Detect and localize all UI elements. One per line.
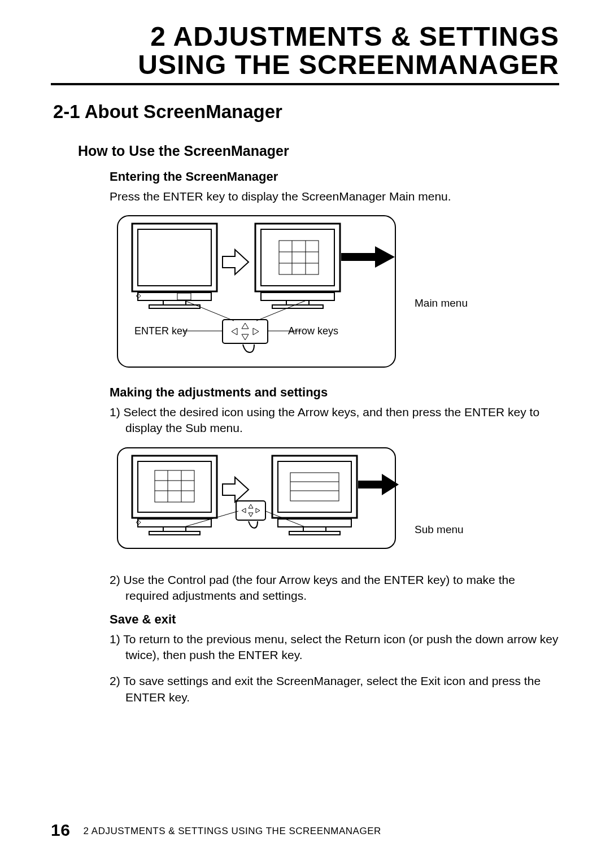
svg-rect-39 <box>149 531 200 535</box>
diagram-sub-menu <box>110 444 403 552</box>
figure-main-menu: ENTER key Arrow keys Main menu <box>110 212 561 370</box>
monitor-left2-icon <box>132 456 217 535</box>
arrow-right-solid-icon <box>341 246 395 268</box>
svg-line-28 <box>256 300 306 321</box>
label-sub-menu: Sub menu <box>415 524 464 536</box>
making-step1: 1) Select the desired icon using the Arr… <box>110 404 559 437</box>
making-step2: 2) Use the Control pad (the four Arrow k… <box>110 572 559 604</box>
monitor-right-icon <box>255 224 340 308</box>
monitor-right2-icon <box>272 456 357 535</box>
arrow-right-outline-icon <box>223 250 249 274</box>
svg-rect-18 <box>341 253 375 261</box>
svg-marker-22 <box>242 334 249 340</box>
label-arrow-keys: Arrow keys <box>288 325 338 337</box>
section-number: 2-1 <box>53 101 80 122</box>
section-name: About ScreenManager <box>85 101 282 122</box>
svg-rect-37 <box>138 519 211 527</box>
monitor-left-icon <box>132 224 217 308</box>
svg-rect-12 <box>272 305 323 308</box>
svg-rect-48 <box>272 456 357 518</box>
svg-rect-2 <box>138 229 211 286</box>
svg-marker-21 <box>242 323 249 329</box>
svg-marker-57 <box>382 474 399 495</box>
svg-rect-29 <box>117 448 395 548</box>
svg-rect-50 <box>290 473 339 501</box>
svg-marker-19 <box>375 246 395 268</box>
svg-rect-31 <box>138 461 211 512</box>
svg-rect-11 <box>286 300 309 305</box>
label-enter-key: ENTER key <box>134 325 188 337</box>
svg-rect-49 <box>278 461 351 512</box>
svg-rect-55 <box>289 531 340 535</box>
save-step2: 2) To save settings and exit the ScreenM… <box>110 673 559 705</box>
entering-text: Press the ENTER key to display the Scree… <box>110 189 559 204</box>
svg-marker-24 <box>253 328 259 335</box>
svg-rect-56 <box>358 481 382 488</box>
svg-line-27 <box>184 300 234 321</box>
entering-title: Entering the ScreenManager <box>110 169 559 184</box>
svg-rect-13 <box>279 241 319 274</box>
svg-rect-7 <box>177 293 191 300</box>
page-footer: 16 2 ADJUSTMENTS & SETTINGS USING THE SC… <box>51 821 381 840</box>
svg-rect-8 <box>255 224 340 291</box>
figure-sub-menu: Sub menu <box>110 444 561 557</box>
arrow-right-outline2-icon <box>223 477 249 502</box>
chapter-title-line1: ADJUSTMENTS & SETTINGS <box>173 21 559 51</box>
chapter-title: 2 ADJUSTMENTS & SETTINGS USING THE SCREE… <box>51 23 559 85</box>
diagram-main-menu: ENTER key Arrow keys <box>110 212 403 370</box>
svg-rect-30 <box>132 456 217 518</box>
footer-text: 2 ADJUSTMENTS & SETTINGS USING THE SCREE… <box>84 826 381 836</box>
svg-rect-9 <box>261 229 334 286</box>
svg-rect-54 <box>303 527 326 531</box>
svg-rect-3 <box>138 293 211 300</box>
svg-rect-38 <box>163 527 186 531</box>
svg-marker-23 <box>232 328 237 335</box>
chapter-title-line2: USING THE SCREENMANAGER <box>138 50 559 80</box>
svg-rect-4 <box>163 300 186 305</box>
save-step1: 1) To return to the previous menu, selec… <box>110 631 559 664</box>
svg-rect-1 <box>132 224 217 291</box>
svg-rect-10 <box>261 293 334 300</box>
section-title: 2-1 About ScreenManager <box>53 101 559 123</box>
page-number: 16 <box>51 821 70 839</box>
howto-title: How to Use the ScreenManager <box>78 143 559 159</box>
svg-rect-5 <box>149 305 200 308</box>
page: 2 ADJUSTMENTS & SETTINGS USING THE SCREE… <box>0 0 610 868</box>
save-title: Save & exit <box>110 612 559 627</box>
chapter-number: 2 <box>150 21 166 51</box>
making-title: Making the adjustments and settings <box>110 385 559 400</box>
svg-rect-32 <box>155 470 194 502</box>
arrow-right-solid2-icon <box>358 474 399 495</box>
control-pad-small-icon <box>184 501 305 528</box>
label-main-menu: Main menu <box>415 297 468 309</box>
